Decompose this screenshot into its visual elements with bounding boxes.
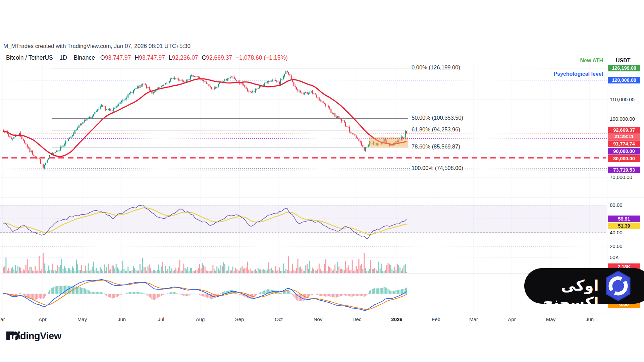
volume-series	[3, 253, 407, 273]
exchange-name-label: اوکی اکسچنج	[524, 277, 599, 311]
tradingview-logo[interactable]: TradingView	[6, 330, 61, 342]
consolidation-highlight-box	[369, 137, 408, 147]
exchange-hexagon-icon	[602, 270, 634, 302]
candlestick-series	[3, 68, 407, 169]
tradingview-icon	[6, 330, 20, 341]
macd-histogram	[3, 286, 407, 301]
exchange-watermark: اوکی اکسچنج	[524, 268, 644, 304]
tradingview-chart-page: M_MTrades created with TradingView.com, …	[0, 0, 644, 362]
